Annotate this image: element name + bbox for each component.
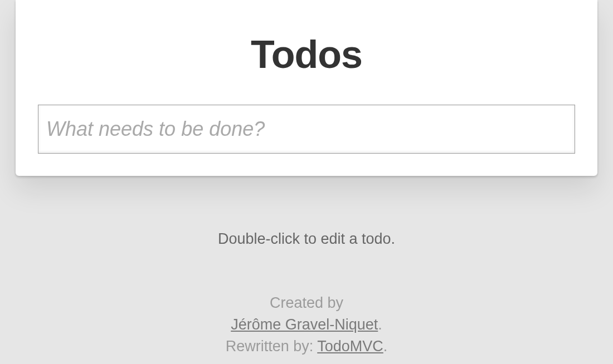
edit-hint: Double-click to edit a todo. <box>0 230 613 248</box>
rewritten-by-label: Rewritten by: <box>226 338 318 355</box>
created-by-label: Created by <box>270 294 343 311</box>
rewriter-suffix: . <box>383 338 388 355</box>
author-suffix: . <box>378 316 382 333</box>
created-by-line: Created by <box>0 292 613 314</box>
rewritten-line: Rewritten by: TodoMVC. <box>0 336 613 357</box>
author-line: Jérôme Gravel-Niquet. <box>0 314 613 336</box>
new-todo-container <box>16 105 597 154</box>
author-link[interactable]: Jérôme Gravel-Niquet <box>231 316 378 333</box>
new-todo-input[interactable] <box>38 105 575 154</box>
page-title: Todos <box>16 0 597 105</box>
info-footer: Double-click to edit a todo. Created by … <box>0 230 613 357</box>
rewriter-link[interactable]: TodoMVC <box>317 338 383 355</box>
todo-app: Todos <box>16 0 597 176</box>
credits: Created by Jérôme Gravel-Niquet. Rewritt… <box>0 292 613 357</box>
